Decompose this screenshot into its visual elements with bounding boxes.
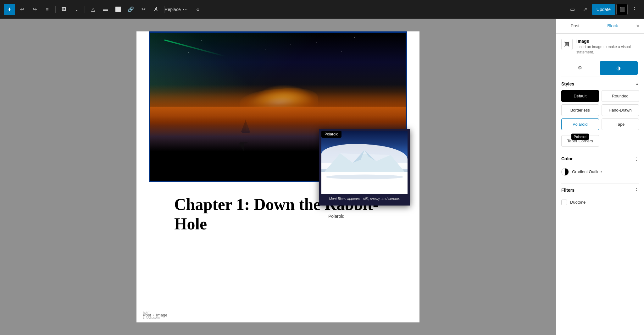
styles-tab-button[interactable]: ◑: [600, 61, 638, 75]
text-overlay-button[interactable]: A: [150, 4, 162, 15]
duotone-label: Duotone: [570, 200, 586, 205]
style-tape-label: Tape: [616, 122, 625, 127]
tab-post[interactable]: Post: [556, 19, 594, 33]
more-toolbar-button[interactable]: ⋯: [180, 4, 191, 15]
toolbar-divider-1: [55, 6, 56, 13]
divider-filters: [561, 183, 639, 184]
watermark: 智汇 zhuon.com: [143, 311, 161, 319]
text-icon: A: [154, 7, 158, 12]
block-type-icon: 🖼: [561, 39, 573, 50]
cloud-puff: [326, 175, 403, 179]
plus-icon: +: [8, 6, 11, 13]
image-block[interactable]: Mont Blanc appears—still, snowy, and ser…: [136, 31, 419, 182]
replace-button[interactable]: Replace: [167, 4, 178, 15]
styles-heading: Styles: [561, 81, 574, 86]
replace-label: Replace: [164, 7, 180, 12]
sidebar-body: 🖼 Image Insert an image to make a visual…: [556, 34, 644, 335]
style-borderless-label: Borderless: [570, 108, 590, 113]
settings-tab-button[interactable]: ⚙: [561, 60, 598, 76]
filters-more-icon[interactable]: ⋮: [634, 187, 639, 193]
style-default-label: Default: [574, 94, 586, 98]
filters-heading: Filters: [561, 188, 575, 193]
undo-button[interactable]: ↩: [16, 4, 28, 15]
crop-button[interactable]: ✂: [138, 4, 149, 15]
style-default[interactable]: Default: [561, 90, 599, 102]
window-mode-button[interactable]: ▭: [567, 4, 578, 15]
shape-button[interactable]: △: [87, 4, 99, 15]
style-polaroid-tooltip: Polaroid: [571, 134, 589, 140]
sidebar-tabs: Post Block ×: [556, 19, 644, 34]
close-icon: ×: [636, 23, 640, 30]
filters-section-header[interactable]: Filters ⋮: [561, 187, 639, 193]
style-hand-drawn-label: Hand-Drawn: [609, 108, 632, 113]
polaroid-tooltip: Polaroid: [321, 131, 341, 138]
editor-toggle-button[interactable]: ⬛: [616, 4, 628, 15]
block-description: Insert an image to make a visual stateme…: [576, 44, 639, 55]
style-tape[interactable]: Tape: [602, 118, 639, 130]
update-button[interactable]: Update: [592, 4, 615, 15]
style-polaroid-label: Polaroid: [573, 122, 588, 127]
view-toggle: ⚙ ◑: [561, 60, 639, 76]
update-label: Update: [597, 7, 611, 12]
redo-button[interactable]: ↪: [29, 4, 40, 15]
color-more-icon[interactable]: ⋮: [634, 156, 639, 162]
sidebar: Post Block × 🖼 Image Insert an image to …: [556, 19, 644, 335]
filters-section: Filters ⋮ Duotone: [561, 187, 639, 208]
image-block-button[interactable]: 🖼: [58, 4, 69, 15]
external-link-button[interactable]: ↗: [580, 4, 591, 15]
add-block-button[interactable]: +: [4, 4, 15, 15]
redo-icon: ↪: [33, 6, 37, 12]
style-rounded[interactable]: Rounded: [602, 90, 639, 102]
filter-row-duotone: Duotone: [561, 197, 639, 208]
border-icon: ⬜: [115, 6, 121, 12]
toolbar-right: ▭ ↗ Update ⬛ ⋮: [567, 4, 640, 15]
editor-icon: ⬛: [619, 7, 625, 12]
style-hand-drawn[interactable]: Hand-Drawn: [602, 104, 639, 116]
block-info-text: Image Insert an image to make a visual s…: [576, 39, 639, 55]
breadcrumb: Post › Image 智汇 zhuon.com: [143, 313, 168, 317]
style-polaroid[interactable]: Polaroid Polaroid: [561, 118, 599, 130]
color-section-header[interactable]: Color ⋮: [561, 156, 639, 162]
editor-content: Mont Blanc appears—still, snowy, and ser…: [136, 31, 419, 322]
border-button[interactable]: ⬜: [113, 4, 124, 15]
mountain-svg: [321, 150, 408, 175]
polaroid-overlay[interactable]: Mont Blanc appears—still, snowy, and ser…: [319, 129, 410, 206]
window-icon: ▭: [570, 6, 575, 12]
svg-rect-4: [240, 142, 247, 143]
undo-icon: ↩: [20, 6, 24, 12]
close-sidebar-button[interactable]: ×: [631, 20, 644, 32]
more-options-button[interactable]: ⋮: [629, 4, 640, 15]
list-view-button[interactable]: ≡: [42, 4, 53, 15]
tab-block[interactable]: Block: [594, 19, 632, 33]
more-icon: ⋯: [183, 6, 188, 12]
boat-reflection: [237, 146, 250, 152]
block-info: 🖼 Image Insert an image to make a visual…: [561, 39, 639, 55]
crop-icon: ✂: [142, 6, 146, 12]
gear-icon: ⚙: [578, 65, 582, 70]
divider-color: [561, 152, 639, 152]
main-layout: Mont Blanc appears—still, snowy, and ser…: [0, 19, 644, 335]
styles-chevron-icon: ▲: [635, 82, 639, 86]
gradient-outline-swatch[interactable]: [561, 168, 569, 176]
polaroid-image: [321, 131, 408, 194]
collapse-button[interactable]: «: [192, 4, 203, 15]
link-icon: 🔗: [128, 6, 134, 12]
collapse-icon: «: [197, 7, 199, 12]
list-view-icon: ≡: [46, 7, 48, 12]
color-heading: Color: [561, 156, 573, 161]
duotone-checkbox[interactable]: [561, 200, 567, 205]
image-block-icon: 🖼: [564, 41, 570, 48]
styles-section-header[interactable]: Styles ▲: [561, 81, 639, 86]
style-grid: Default Rounded Borderless Hand-Drawn Po…: [561, 90, 639, 130]
style-borderless[interactable]: Borderless: [561, 104, 599, 116]
line-button[interactable]: ▬: [100, 4, 111, 15]
gradient-outline-label: Gradient Outline: [572, 169, 602, 174]
color-row-gradient: Gradient Outline: [561, 166, 639, 178]
link-button[interactable]: 🔗: [125, 4, 136, 15]
chevron-down-icon: ⌄: [75, 6, 79, 12]
toolbar: + ↩ ↪ ≡ 🖼 ⌄ △ ▬ ⬜ 🔗 ✂ A Replace ⋯ «: [0, 0, 644, 19]
external-link-icon: ↗: [583, 6, 587, 12]
color-section: Color ⋮ Gradient Outline: [561, 156, 639, 178]
triangle-icon: △: [91, 6, 95, 12]
chevron-toggle-button[interactable]: ⌄: [71, 4, 82, 15]
